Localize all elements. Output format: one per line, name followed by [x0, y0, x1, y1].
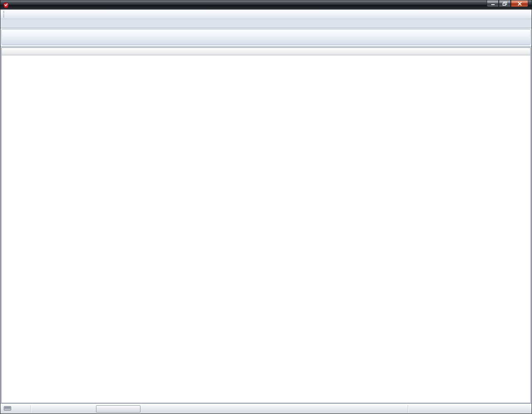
tabbar — [0, 19, 532, 28]
restore-button[interactable] — [499, 0, 511, 7]
close-button[interactable] — [511, 0, 528, 7]
menubar — [0, 10, 532, 19]
menubar-gripper[interactable] — [3, 11, 5, 17]
task-tree-grid — [1, 47, 531, 403]
grid-header — [2, 48, 530, 55]
toolbar-strip — [0, 28, 532, 47]
input-mode-icon — [4, 406, 11, 412]
statusbar — [0, 404, 532, 414]
titlebar — [0, 0, 532, 10]
task-tree-panel — [0, 47, 532, 403]
progress-indicator — [96, 405, 140, 413]
statusbar-panel-divider-2 — [408, 405, 408, 412]
app-window — [0, 0, 532, 414]
minimize-button[interactable] — [487, 0, 499, 7]
window-controls — [487, 0, 532, 10]
statusbar-panel-divider — [30, 405, 31, 412]
app-logo-icon — [3, 2, 9, 8]
grid-body — [2, 55, 530, 403]
toolbar — [1, 29, 531, 45]
